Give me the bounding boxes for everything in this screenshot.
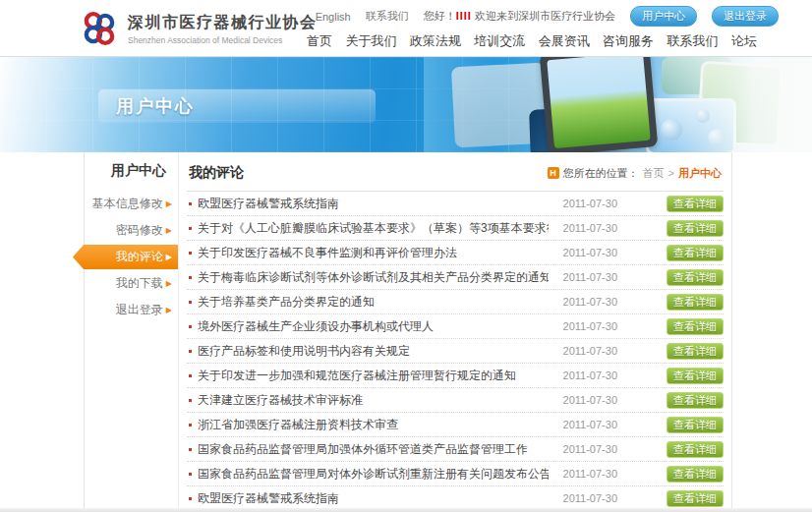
comment-date: 2011-07-30 bbox=[549, 492, 617, 504]
comment-row: 关于培养基类产品分类界定的通知 2011-07-30 查看详细 bbox=[187, 290, 724, 314]
bullet-icon bbox=[189, 374, 192, 377]
greeting-suffix: 欢迎来到深圳市医疗行业协会 bbox=[472, 10, 615, 22]
logo-text: 深圳市医疗器械行业协会 Shenzhen Association of Medi… bbox=[128, 13, 318, 45]
top-links: English 联系我们 您好！IIII 欢迎来到深圳市医疗行业协会 用户中心 … bbox=[316, 6, 779, 27]
comment-row: 关于对《人工心脏瓣膜临床试验基本要求》（草案）等3项基本要求征求意见的通知 20… bbox=[187, 216, 724, 241]
view-detail-button[interactable]: 查看详细 bbox=[667, 343, 724, 360]
main-nav: 首页 关于我们 政策法规 培训交流 会展资讯 咨询服务 联系我们 论坛 bbox=[307, 32, 757, 50]
comment-row: 天津建立医疗器械技术审评标准 2011-07-30 查看详细 bbox=[187, 388, 724, 413]
view-detail-button[interactable]: 查看详细 bbox=[667, 245, 724, 261]
bullet-icon bbox=[189, 473, 192, 476]
comment-title-link[interactable]: 天津建立医疗器械技术审评标准 bbox=[198, 392, 549, 409]
user-center-button[interactable]: 用户中心 bbox=[630, 6, 697, 27]
nav-item[interactable]: 咨询服务 bbox=[603, 32, 654, 50]
comment-date: 2011-07-30 bbox=[549, 222, 617, 234]
sidebar-item[interactable]: 密码修改▶ bbox=[85, 218, 178, 243]
comment-row: 境外医疗器械生产企业须设办事机构或代理人 2011-07-30 查看详细 bbox=[187, 314, 724, 339]
comment-title-link[interactable]: 境外医疗器械生产企业须设办事机构或代理人 bbox=[198, 318, 549, 335]
greeting-prefix: 您好！ bbox=[424, 10, 456, 22]
comment-title-link[interactable]: 欧盟医疗器械警戒系统指南 bbox=[198, 196, 549, 212]
footer-strip bbox=[0, 508, 812, 512]
view-detail-button[interactable]: 查看详细 bbox=[667, 417, 724, 433]
nav-item[interactable]: 论坛 bbox=[731, 32, 757, 50]
contact-link[interactable]: 联系我们 bbox=[366, 9, 409, 24]
site-title: 深圳市医疗器械行业协会 bbox=[128, 13, 318, 33]
sidebar-item[interactable]: 退出登录▶ bbox=[85, 298, 178, 322]
nav-item[interactable]: 关于我们 bbox=[345, 32, 396, 50]
comment-date: 2011-07-30 bbox=[549, 271, 617, 283]
logout-button[interactable]: 退出登录 bbox=[712, 6, 779, 27]
nav-item[interactable]: 联系我们 bbox=[667, 32, 719, 50]
comment-row: 欧盟医疗器械警戒系统指南 2011-07-30 查看详细 bbox=[187, 192, 724, 216]
comment-title-link[interactable]: 国家食品药品监督管理局对体外诊断试剂重新注册有关问题发布公告 bbox=[198, 466, 549, 483]
comment-date: 2011-07-30 bbox=[549, 370, 617, 381]
nav-item[interactable]: 政策法规 bbox=[410, 32, 461, 50]
comment-date: 2011-07-30 bbox=[549, 468, 617, 480]
breadcrumb-current-link[interactable]: 用户中心 bbox=[678, 166, 722, 181]
bullet-icon bbox=[189, 276, 192, 279]
view-detail-button[interactable]: 查看详细 bbox=[667, 220, 724, 237]
comment-title-link[interactable]: 关于印发进一步加强和规范医疗器械注册管理暂行规定的通知 bbox=[198, 368, 549, 384]
site-subtitle: Shenzhen Association of Medical Devices bbox=[128, 35, 318, 45]
bullet-icon bbox=[189, 448, 192, 451]
view-detail-button[interactable]: 查看详细 bbox=[667, 196, 724, 212]
arrow-right-icon: ▶ bbox=[166, 306, 172, 314]
bullet-icon bbox=[189, 325, 192, 328]
comment-title-link[interactable]: 关于对《人工心脏瓣膜临床试验基本要求》（草案）等3项基本要求征求意见的通知 bbox=[198, 220, 549, 237]
view-detail-button[interactable]: 查看详细 bbox=[667, 466, 724, 483]
bullet-icon bbox=[189, 252, 192, 255]
comment-title-link[interactable]: 国家食品药品监督管理局加强体外循环管道类产品监督管理工作 bbox=[198, 441, 549, 458]
comment-row: 关于印发进一步加强和规范医疗器械注册管理暂行规定的通知 2011-07-30 查… bbox=[187, 364, 724, 388]
sidebar-item-label: 密码修改 bbox=[116, 223, 163, 237]
bullet-icon bbox=[189, 301, 192, 304]
view-detail-button[interactable]: 查看详细 bbox=[667, 441, 724, 458]
page-title: 我的评论 bbox=[189, 164, 244, 182]
view-detail-button[interactable]: 查看详细 bbox=[667, 368, 724, 384]
breadcrumb: H 您所在的位置： 首页 > 用户中心 bbox=[548, 166, 722, 181]
comment-title-link[interactable]: 关于培养基类产品分类界定的通知 bbox=[198, 294, 549, 311]
sidebar-item[interactable]: 我的下载▶ bbox=[85, 271, 178, 296]
comment-date: 2011-07-30 bbox=[549, 443, 617, 455]
page: 深圳市医疗器械行业协会 Shenzhen Association of Medi… bbox=[0, 0, 812, 512]
nav-item[interactable]: 首页 bbox=[307, 32, 332, 50]
nav-item[interactable]: 培训交流 bbox=[474, 32, 525, 50]
arrow-right-icon: ▶ bbox=[166, 226, 172, 235]
view-detail-button[interactable]: 查看详细 bbox=[667, 490, 724, 507]
comment-date: 2011-07-30 bbox=[549, 394, 617, 406]
sidebar-item-label: 基本信息修改 bbox=[92, 197, 163, 210]
association-logo-icon bbox=[79, 8, 120, 49]
sidebar-item-label: 退出登录 bbox=[116, 303, 163, 316]
logo: 深圳市医疗器械行业协会 Shenzhen Association of Medi… bbox=[79, 8, 318, 49]
comment-title-link[interactable]: 浙江省加强医疗器械注册资料技术审查 bbox=[198, 417, 549, 433]
view-detail-button[interactable]: 查看详细 bbox=[667, 294, 724, 311]
breadcrumb-label: 您所在的位置： bbox=[563, 166, 639, 181]
view-detail-button[interactable]: 查看详细 bbox=[667, 392, 724, 409]
view-detail-button[interactable]: 查看详细 bbox=[667, 269, 724, 286]
comment-title-link[interactable]: 欧盟医疗器械警戒系统指南 bbox=[198, 490, 549, 507]
bullet-icon bbox=[189, 399, 192, 402]
comment-title-link[interactable]: 关于印发医疗器械不良事件监测和再评价管理办法 bbox=[198, 245, 549, 261]
bullet-icon bbox=[189, 497, 192, 500]
sidebar-item[interactable]: 基本信息修改▶ bbox=[85, 192, 178, 216]
comment-row: 国家食品药品监督管理局加强体外循环管道类产品监督管理工作 2011-07-30 … bbox=[187, 437, 724, 462]
banner-tablet-image bbox=[540, 56, 659, 152]
bullet-icon bbox=[189, 424, 192, 427]
view-detail-button[interactable]: 查看详细 bbox=[667, 318, 724, 335]
sidebar-item[interactable]: 我的评论▶ bbox=[73, 245, 178, 269]
nav-item[interactable]: 会展资讯 bbox=[539, 32, 590, 50]
arrow-right-icon: ▶ bbox=[166, 253, 172, 261]
comment-row: 浙江省加强医疗器械注册资料技术审查 2011-07-30 查看详细 bbox=[187, 413, 724, 437]
breadcrumb-home-link[interactable]: 首页 bbox=[643, 166, 665, 181]
comment-list: 欧盟医疗器械警戒系统指南 2011-07-30 查看详细 关于对《人工心脏瓣膜临… bbox=[187, 192, 724, 508]
comment-title-link[interactable]: 关于梅毒临床诊断试剂等体外诊断试剂及其相关产品分类界定的通知 bbox=[198, 269, 549, 286]
comment-row: 医疗产品标签和使用说明书内容有关规定 2011-07-30 查看详细 bbox=[187, 339, 724, 364]
banner-collage bbox=[453, 57, 812, 152]
main-header: 我的评论 H 您所在的位置： 首页 > 用户中心 bbox=[187, 162, 724, 192]
bullet-icon bbox=[189, 350, 192, 353]
comment-row: 欧盟医疗器械警戒系统指南 2011-07-30 查看详细 bbox=[187, 486, 724, 508]
breadcrumb-separator: > bbox=[668, 167, 674, 179]
content: 用户中心 基本信息修改▶ 密码修改▶ 我的评论▶ 我的下载▶ 退出登 bbox=[84, 152, 732, 508]
comment-row: 关于梅毒临床诊断试剂等体外诊断试剂及其相关产品分类界定的通知 2011-07-3… bbox=[187, 265, 724, 290]
english-link[interactable]: English bbox=[316, 11, 351, 23]
comment-title-link[interactable]: 医疗产品标签和使用说明书内容有关规定 bbox=[198, 343, 549, 360]
